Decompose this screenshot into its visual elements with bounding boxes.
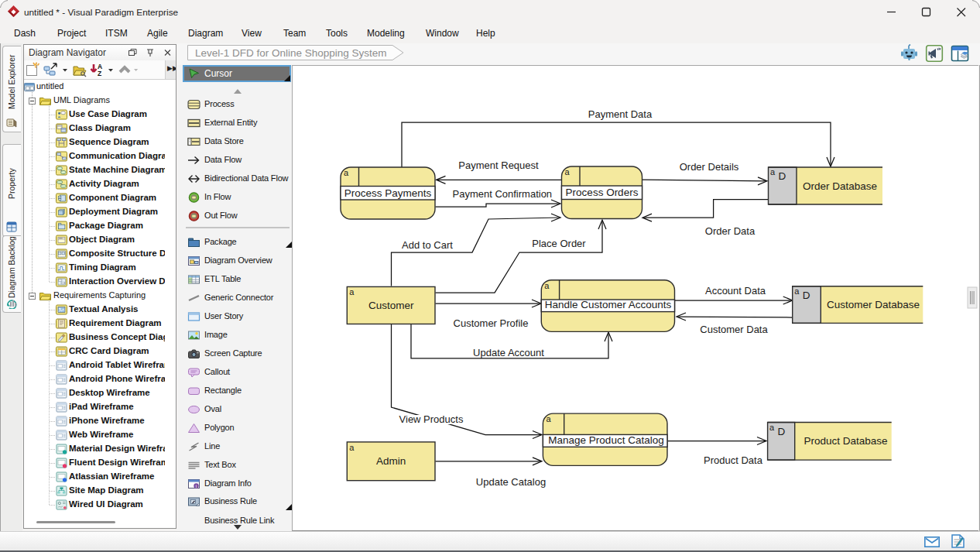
- svg-text:Payment Data: Payment Data: [588, 108, 653, 120]
- svg-text:D: D: [803, 290, 810, 301]
- svg-text:Admin: Admin: [376, 455, 406, 467]
- svg-text:a: a: [349, 287, 355, 297]
- svg-text:Add to Cart: Add to Cart: [402, 239, 453, 251]
- svg-text:Z: Z: [98, 70, 101, 77]
- svg-text:Customer Profile: Customer Profile: [454, 317, 529, 329]
- svg-text:Customer: Customer: [368, 300, 414, 311]
- svg-text:Order Details: Order Details: [680, 161, 739, 173]
- svg-text:a: a: [349, 443, 355, 452]
- svg-text:Place Order: Place Order: [532, 238, 586, 249]
- svg-text:D: D: [779, 170, 786, 182]
- svg-text:Handle Customer Accounts: Handle Customer Accounts: [545, 299, 672, 310]
- svg-text:a: a: [544, 281, 550, 290]
- svg-text:Payment Request: Payment Request: [458, 159, 539, 171]
- svg-text:View Products: View Products: [399, 413, 464, 425]
- svg-text:a: a: [770, 167, 776, 177]
- svg-text:i: i: [196, 483, 197, 489]
- svg-text:D: D: [778, 426, 786, 437]
- svg-text:Product Database: Product Database: [804, 435, 887, 447]
- svg-text:Update Account: Update Account: [473, 347, 544, 358]
- svg-text:Product Data: Product Data: [704, 454, 763, 466]
- svg-text:Order Database: Order Database: [803, 180, 877, 192]
- svg-text:a: a: [546, 414, 551, 423]
- svg-text:Customer Database: Customer Database: [827, 299, 920, 310]
- svg-text:Process Payments: Process Payments: [344, 187, 432, 199]
- svg-text:Update Catalog: Update Catalog: [476, 476, 546, 488]
- svg-text:a: a: [344, 168, 349, 177]
- svg-text:Order Data: Order Data: [705, 225, 756, 237]
- svg-text:a: a: [794, 286, 800, 296]
- svg-text:a: a: [565, 167, 571, 177]
- svg-text:a: a: [769, 423, 775, 432]
- svg-text:Process Orders: Process Orders: [566, 187, 639, 198]
- svg-text:Payment Confirmation: Payment Confirmation: [452, 188, 552, 200]
- svg-text:Manage Product Catalog: Manage Product Catalog: [548, 434, 663, 446]
- svg-text:Customer Data: Customer Data: [700, 324, 768, 335]
- svg-text:Account Data: Account Data: [705, 285, 766, 297]
